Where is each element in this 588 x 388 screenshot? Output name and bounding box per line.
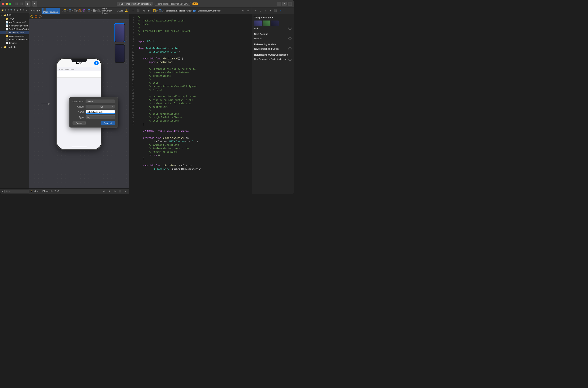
- view-as-button[interactable]: 📱 View as: iPhone 11 (⌃C ↑R): [30, 190, 60, 193]
- symbol-navigator-icon[interactable]: ⊡: [7, 8, 10, 12]
- split-editor-button[interactable]: ⬛: [136, 9, 140, 13]
- add-item-button[interactable]: +: [94, 61, 99, 65]
- identity-inspector-icon[interactable]: ⊡: [263, 9, 268, 13]
- zoom-to-fit-button[interactable]: ⊙: [102, 189, 106, 194]
- minimize-button[interactable]: [5, 3, 8, 5]
- jump-prev-button[interactable]: ◀: [36, 9, 38, 13]
- cancel-button[interactable]: Cancel: [72, 121, 86, 125]
- attributes-inspector-icon[interactable]: ⊞: [268, 9, 273, 13]
- sent-action-selector-row: selector: [254, 37, 291, 40]
- inspector-toggle[interactable]: ⊞: [241, 9, 245, 13]
- sidebar-item-launchscreen[interactable]: ⬛ LaunchScreen.storyboard: [0, 38, 29, 41]
- app-delegate-dot[interactable]: [35, 15, 37, 18]
- run-button[interactable]: ▶: [25, 1, 30, 6]
- breadcrumb-add[interactable]: Add: [119, 10, 123, 12]
- sidebar-item-todo-inner[interactable]: ▼ 📁 ToDo: [0, 17, 29, 21]
- action-circle[interactable]: [288, 27, 291, 30]
- test-navigator-icon[interactable]: ◈: [17, 8, 19, 12]
- storyboard-icon: ⬛: [5, 38, 8, 41]
- connect-button[interactable]: Connect: [101, 121, 115, 125]
- sidebar-item-todo-root[interactable]: ▼ 📁 ToDo: [0, 14, 29, 17]
- sidebar-item-assets[interactable]: 📁 Assets.xcassets: [0, 34, 29, 38]
- sidebar-item-appdelegate[interactable]: 📄 AppDelegate.swift: [0, 21, 29, 24]
- type-value: Any: [87, 116, 90, 118]
- navigator-toggle[interactable]: ⬛: [14, 2, 19, 6]
- code-line: import UIKit: [137, 40, 250, 43]
- new-outlet-collection-circle[interactable]: [288, 58, 291, 61]
- type-select[interactable]: Any ▾: [86, 115, 115, 119]
- mini-phone-1[interactable]: [114, 23, 125, 42]
- warning-icon[interactable]: ⚠️: [124, 9, 129, 13]
- selector-circle[interactable]: [288, 37, 291, 40]
- code-line: [137, 64, 250, 67]
- scheme-selector[interactable]: ToDo ▸ iPod touch (7th generation): [117, 2, 153, 5]
- bc-icon-7: <>: [93, 9, 95, 12]
- file-inspector-icon[interactable]: ⊕: [253, 9, 258, 13]
- close-editor-button[interactable]: ✕: [131, 9, 135, 13]
- sidebar-item-taskstableview[interactable]: 📄 TasksTableViewController.swift: [0, 27, 29, 31]
- debug-navigator-icon[interactable]: ☰: [19, 8, 22, 12]
- first-responder-dot[interactable]: [30, 15, 33, 18]
- close-button[interactable]: [2, 3, 4, 5]
- sidebar-item-info-plist[interactable]: 📄 Info.plist: [0, 41, 29, 45]
- share-button[interactable]: ⬆: [282, 2, 286, 6]
- storyboard-tab[interactable]: ⬛ Main.storyboard: [42, 8, 60, 14]
- zoom-out-button[interactable]: ⊖: [113, 189, 117, 194]
- referencing-outlets-section: Referencing Outlets New Referencing Outl…: [254, 43, 291, 50]
- add-editor-button[interactable]: +: [277, 2, 281, 6]
- size-inspector-icon[interactable]: ⬛: [273, 9, 278, 13]
- zoom-icon[interactable]: ⊞: [33, 9, 35, 13]
- code-line: //: [137, 16, 250, 19]
- connection-value: Action: [87, 100, 93, 102]
- sidebar-item-products[interactable]: ▶ 📁 Products: [0, 46, 29, 49]
- report-navigator-icon[interactable]: ≡: [25, 8, 28, 12]
- mini-phone-2[interactable]: [114, 44, 125, 63]
- breakpoint-navigator-icon[interactable]: ⊙: [22, 8, 25, 12]
- zoom-in-button[interactable]: ⊕: [107, 189, 111, 194]
- panels-button[interactable]: ⬛: [288, 2, 292, 6]
- prev-file-button[interactable]: ◀: [142, 9, 146, 13]
- breadcrumb-rightbar-items[interactable]: Right Bar...utton Items: [102, 7, 117, 14]
- issue-navigator-icon[interactable]: ⚠: [13, 8, 16, 12]
- code-file-name[interactable]: TasksTableVi...ntroller.swift: [165, 10, 190, 12]
- code-line: override func viewDidLoad() {: [137, 57, 250, 60]
- code-class-name[interactable]: TasksTableViewController: [196, 10, 220, 12]
- add-object-button[interactable]: +: [123, 189, 128, 194]
- sidebar-item-scenedelegate[interactable]: 📄 SceneDelegate.swift: [0, 24, 29, 27]
- filter-input[interactable]: [4, 190, 29, 193]
- find-navigator-icon[interactable]: 🔍: [10, 8, 13, 12]
- scene-delegate-dot[interactable]: [39, 15, 42, 18]
- bc-sep: ▷: [72, 9, 73, 12]
- stop-btn[interactable]: ■: [32, 1, 37, 6]
- sidebar-item-label: Main.storyboard: [9, 31, 24, 34]
- fullscreen-button[interactable]: [9, 3, 11, 5]
- object-select[interactable]: ⊙ ToDo ▾: [86, 105, 115, 108]
- stop-button[interactable]: ⬛: [19, 2, 23, 6]
- warning-badge: ⚠ 1: [193, 2, 198, 5]
- table-row-prototype: [57, 71, 101, 78]
- view-as-text: View as: iPhone 11 (⌃C ↑R): [34, 190, 60, 193]
- add-file-button[interactable]: +: [2, 190, 3, 193]
- code-line: // preserve selection between: [137, 71, 250, 74]
- new-outlet-circle[interactable]: [288, 47, 291, 50]
- connection-select[interactable]: Action ▾: [86, 100, 115, 103]
- folder-icon[interactable]: 📁: [1, 8, 4, 12]
- assets-folder-icon: 📁: [5, 35, 8, 37]
- bc-icon-4: ⬛: [79, 9, 81, 12]
- source-control-icon[interactable]: ⊞: [4, 8, 7, 12]
- code-line: // MARK: - Table view data source: [137, 129, 250, 133]
- back-button[interactable]: ✕: [30, 9, 32, 13]
- code-line: override func numberOfSections(in: [137, 136, 250, 140]
- next-file-button[interactable]: ▶: [147, 9, 151, 13]
- bc-sep: ▷: [76, 9, 78, 12]
- code-line: override func tableView(_ tableView:: [137, 164, 250, 167]
- jump-next-button[interactable]: ▶: [39, 9, 41, 13]
- quick-help-icon[interactable]: ?: [258, 9, 262, 13]
- sidebar-item-main-storyboard[interactable]: ⬛ Main.storyboard: [0, 31, 29, 34]
- minimap-button[interactable]: ⬛: [118, 189, 122, 194]
- triggered-segues-title: Triggered Segues: [254, 16, 291, 19]
- connections-inspector-icon[interactable]: ⊙: [278, 9, 283, 13]
- name-input[interactable]: [86, 110, 115, 114]
- sent-actions-section: Sent Actions selector: [254, 33, 291, 40]
- related-files-button[interactable]: ≡: [246, 9, 250, 13]
